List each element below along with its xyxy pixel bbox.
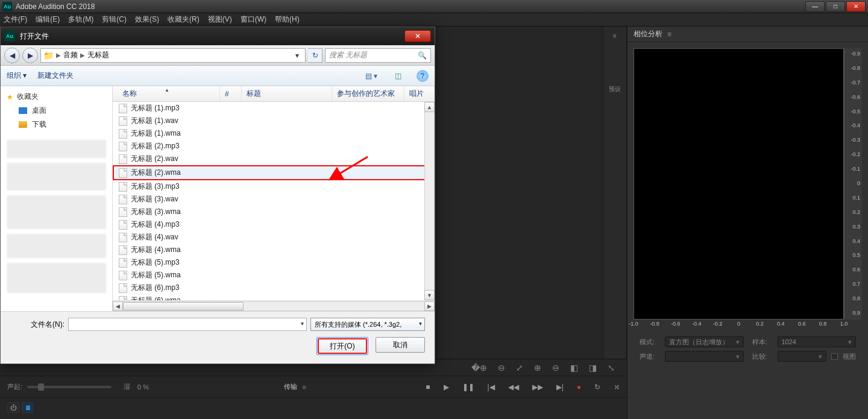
mode-select[interactable]: 直方图（日志增放） — [665, 336, 744, 347]
file-row[interactable]: 无标题 (5).mp3 — [113, 256, 435, 269]
menu-file[interactable]: 文件(F) — [4, 14, 27, 25]
column-album[interactable]: 唱片 — [404, 86, 435, 101]
hscroll-thumb[interactable] — [123, 302, 244, 310]
transport-skip-icon[interactable]: ⤭ — [614, 383, 620, 391]
scroll-up-icon[interactable]: ▲ — [424, 102, 435, 112]
scroll-down-icon[interactable]: ▼ — [424, 290, 435, 300]
power-button[interactable]: ⏻ — [7, 402, 19, 413]
compare-select[interactable] — [778, 351, 827, 362]
file-list-area: ▲ 名称 # 标题 参与创作的艺术家 唱片 无标题 (1).mp3无标题 (1)… — [113, 86, 435, 311]
dialog-close-button[interactable]: ✕ — [404, 30, 431, 42]
mid-strip-menu-icon[interactable]: ≡ — [613, 33, 617, 39]
volume-slider[interactable] — [27, 386, 112, 388]
scroll-left-icon[interactable]: ◀ — [113, 301, 123, 311]
zoom-out-h-icon[interactable]: ⊖ — [498, 363, 505, 373]
file-row[interactable]: 无标题 (4).wav — [113, 231, 435, 244]
column-num[interactable]: # — [220, 86, 242, 101]
nav-refresh-button[interactable]: ↻ — [308, 48, 322, 63]
menu-edit[interactable]: 编辑(E) — [36, 14, 60, 25]
menu-effects[interactable]: 效果(S) — [135, 14, 159, 25]
window-minimize-button[interactable]: — — [805, 1, 825, 12]
file-list[interactable]: 无标题 (1).mp3无标题 (1).wav无标题 (1).wma无标题 (2)… — [113, 102, 435, 300]
window-maximize-button[interactable]: □ — [826, 1, 845, 12]
file-row[interactable]: 无标题 (1).wav — [113, 115, 435, 127]
file-list-vscroll[interactable]: ▲ ▼ — [424, 102, 435, 300]
new-folder-button[interactable]: 新建文件夹 — [37, 71, 74, 81]
zoom-in-v-icon[interactable]: ⊕ — [534, 363, 541, 373]
column-title[interactable]: 标题 — [242, 86, 332, 101]
transport-loop-icon[interactable]: ↻ — [594, 383, 600, 391]
file-row[interactable]: 无标题 (4).mp3 — [113, 218, 435, 231]
transport-pause-icon[interactable]: ❚❚ — [462, 383, 474, 391]
transport-skip-back-icon[interactable]: |◀ — [488, 383, 495, 391]
file-list-hscroll[interactable]: ◀ ▶ — [113, 300, 435, 311]
nav-forward-button[interactable]: ▶ — [22, 48, 38, 63]
zoom-all-icon[interactable]: ⤡ — [608, 363, 615, 373]
file-row[interactable]: 无标题 (3).mp3 — [113, 180, 435, 193]
file-row[interactable]: 无标题 (2).wma — [113, 165, 435, 180]
channel-select[interactable] — [665, 351, 744, 362]
search-input[interactable]: 搜索 无标题 🔍 — [325, 48, 431, 63]
transport-rewind-icon[interactable]: ◀◀ — [508, 383, 519, 391]
file-row[interactable]: 无标题 (2).wav — [113, 153, 435, 165]
transport-stop-icon[interactable]: ■ — [426, 383, 430, 391]
transfer-menu-icon[interactable]: ≡ — [302, 383, 306, 391]
file-row[interactable]: 无标题 (6).mp3 — [113, 282, 435, 294]
sidebar-item-downloads[interactable]: 下载 — [1, 118, 112, 131]
file-row[interactable]: 无标题 (1).wma — [113, 127, 435, 140]
file-icon — [119, 207, 127, 217]
file-row[interactable]: 无标题 (3).wma — [113, 206, 435, 218]
preview-pane-button[interactable]: ◫ — [390, 69, 406, 83]
filename-input[interactable] — [68, 318, 307, 331]
file-row[interactable]: 无标题 (6).wma — [113, 294, 435, 300]
address-dropdown-icon[interactable]: ▾ — [292, 51, 303, 60]
transport-play-icon[interactable]: ▶ — [444, 383, 449, 391]
view-mode-button[interactable]: ▤ ▾ — [363, 69, 379, 83]
list-toggle-button[interactable]: ≣ — [22, 402, 34, 413]
zoom-out-v-icon[interactable]: ⊖ — [552, 363, 559, 373]
phase-panel-menu-icon[interactable]: ≡ — [667, 30, 671, 39]
nav-back-button[interactable]: ◀ — [4, 48, 20, 63]
file-name: 无标题 (1).mp3 — [131, 103, 180, 113]
file-row[interactable]: 无标题 (1).mp3 — [113, 102, 435, 115]
file-icon — [119, 220, 127, 230]
menu-clip[interactable]: 剪辑(C) — [102, 14, 127, 25]
transport-record-icon[interactable]: ● — [577, 383, 581, 391]
cancel-button[interactable]: 取消 — [376, 337, 425, 353]
open-file-dialog: Au 打开文件 ✕ ◀ ▶ 📁 ▶ 音频 ▶ 无标题 ▾ ↻ 搜索 无标题 🔍 — [0, 27, 435, 364]
file-row[interactable]: 无标题 (5).wma — [113, 269, 435, 282]
breadcrumb-seg2[interactable]: 无标题 — [87, 50, 109, 60]
column-artist[interactable]: 参与创作的艺术家 — [332, 86, 404, 101]
transport-skip-fwd-icon[interactable]: ▶| — [556, 383, 564, 391]
address-bar[interactable]: 📁 ▶ 音频 ▶ 无标题 ▾ — [40, 48, 306, 63]
menu-multitrack[interactable]: 多轨(M) — [68, 14, 93, 25]
view-check-label: 视图 — [843, 352, 856, 361]
menu-help[interactable]: 帮助(H) — [275, 14, 300, 25]
samples-select[interactable]: 1024 — [778, 336, 857, 347]
transport-ffwd-icon[interactable]: ▶▶ — [532, 383, 543, 391]
sidebar-favorites-header[interactable]: ★ 收藏夹 — [1, 90, 112, 104]
view-checkbox[interactable] — [831, 353, 838, 360]
menu-favorites[interactable]: 收藏夹(R) — [168, 14, 200, 25]
window-close-button[interactable]: ✕ — [846, 1, 866, 12]
dialog-app-icon: Au — [4, 31, 15, 42]
menu-view[interactable]: 视图(V) — [208, 14, 232, 25]
zoom-sel2-icon[interactable]: ◨ — [589, 363, 597, 373]
scroll-right-icon[interactable]: ▶ — [424, 301, 435, 311]
open-button[interactable]: 打开(O) — [318, 338, 367, 354]
zoom-fit-icon[interactable]: ⤢ — [516, 363, 523, 373]
file-row[interactable]: 无标题 (3).wav — [113, 193, 435, 206]
filetype-select[interactable]: 所有支持的媒体 (*.264, *.3g2, — [310, 318, 425, 331]
app-title-bar: Au Adobe Audition CC 2018 — □ ✕ — [0, 0, 868, 13]
menu-window[interactable]: 窗口(W) — [241, 14, 266, 25]
zoom-in-h-icon[interactable]: �⊕ — [471, 363, 487, 373]
search-icon[interactable]: 🔍 — [418, 51, 427, 60]
sidebar-item-desktop[interactable]: 桌面 — [1, 104, 112, 118]
organize-menu[interactable]: 组织 — [7, 71, 27, 81]
help-button[interactable]: ? — [417, 70, 429, 82]
breadcrumb-seg1[interactable]: 音频 — [63, 50, 78, 60]
zoom-sel-icon[interactable]: ◧ — [570, 363, 578, 373]
file-name: 无标题 (2).wav — [131, 154, 178, 164]
file-row[interactable]: 无标题 (4).wma — [113, 244, 435, 256]
file-row[interactable]: 无标题 (2).mp3 — [113, 140, 435, 153]
